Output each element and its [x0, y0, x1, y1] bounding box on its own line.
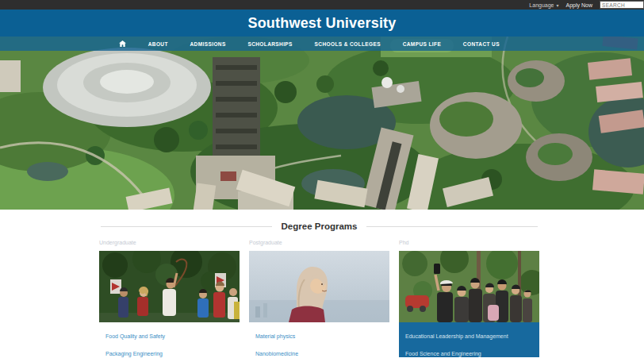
postgraduate-program-list: Material physics Nanobiomedicine Materia…	[249, 322, 389, 362]
apply-now-link[interactable]: Apply Now	[566, 2, 592, 8]
undergraduate-program-list: Food Quality and Safety Packaging Engine…	[99, 322, 240, 362]
nav-admissions[interactable]: ADMISSIONS	[190, 41, 226, 47]
list-item: Food Quality and Safety	[105, 327, 235, 341]
undergraduate-card: Food Quality and Safety Packaging Engine…	[99, 251, 240, 362]
nav-contact-us[interactable]: CONTACT US	[463, 41, 500, 47]
list-item: Educational Leadership and Management	[405, 327, 535, 341]
hero-banner: ABOUT ADMISSIONS SCHOLARSHIPS SCHOOLS & …	[0, 37, 644, 210]
program-link[interactable]: Material physics	[255, 333, 295, 339]
nav-home[interactable]	[119, 40, 126, 47]
program-link[interactable]: Food Science and Engineering	[405, 351, 481, 356]
campus-aerial-photo	[0, 37, 644, 210]
program-cards: Undergraduate	[99, 240, 539, 362]
topbar: Language ▾ Apply Now	[0, 0, 644, 10]
nav-schools-colleges[interactable]: SCHOOLS & COLLEGES	[315, 41, 381, 47]
undergraduate-column: Undergraduate	[99, 240, 240, 362]
home-icon	[119, 40, 126, 47]
nav-campus-life[interactable]: CAMPUS LIFE	[403, 41, 441, 47]
phd-column: Phd	[399, 240, 539, 362]
degree-programs-section: Degree Programs Undergraduate	[0, 210, 644, 362]
main-nav: ABOUT ADMISSIONS SCHOLARSHIPS SCHOOLS & …	[0, 37, 644, 51]
undergraduate-label: Undergraduate	[99, 240, 240, 245]
list-item: Food Science and Engineering	[405, 345, 535, 359]
program-link[interactable]: Packaging Engineering	[105, 351, 163, 356]
heading-rule-right	[366, 226, 538, 227]
site-header: Southwest University	[0, 10, 644, 37]
program-link[interactable]: Nanobiomedicine	[255, 351, 298, 356]
phd-card: Educational Leadership and Management Fo…	[399, 251, 539, 357]
language-menu[interactable]: Language ▾	[529, 2, 558, 8]
program-link[interactable]: Food Quality and Safety	[105, 333, 165, 339]
undergraduate-photo[interactable]	[99, 251, 240, 322]
list-item: Nanobiomedicine	[255, 345, 385, 359]
phd-photo[interactable]	[399, 251, 539, 322]
nav-about[interactable]: ABOUT	[148, 41, 168, 47]
postgraduate-label: Postgraduate	[249, 240, 389, 245]
list-item: Packaging Engineering	[105, 345, 235, 359]
nav-scholarships[interactable]: SCHOLARSHIPS	[247, 41, 292, 47]
chevron-down-icon: ▾	[557, 2, 559, 8]
heading-rule-left	[101, 226, 272, 227]
section-title: Degree Programs	[272, 221, 367, 231]
language-label: Language	[529, 2, 554, 8]
phd-label: Phd	[399, 240, 539, 245]
section-heading: Degree Programs	[101, 221, 538, 231]
site-title[interactable]: Southwest University	[247, 15, 396, 32]
postgraduate-column: Postgraduate	[249, 240, 389, 362]
list-item: Material physics	[255, 327, 385, 341]
search-input[interactable]	[600, 1, 644, 9]
program-link[interactable]: Educational Leadership and Management	[405, 333, 508, 339]
phd-program-list: Educational Leadership and Management Fo…	[399, 322, 539, 362]
postgraduate-photo[interactable]	[249, 251, 389, 322]
postgraduate-card: Material physics Nanobiomedicine Materia…	[249, 251, 389, 362]
